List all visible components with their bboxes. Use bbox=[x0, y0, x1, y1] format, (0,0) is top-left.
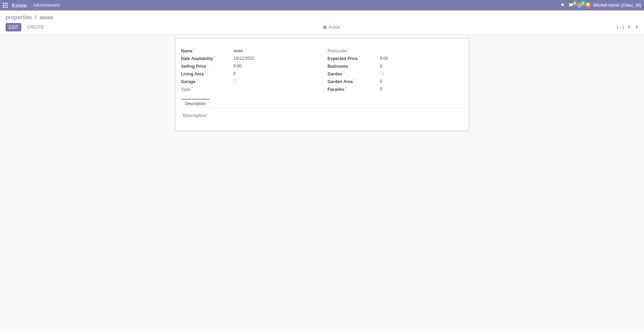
checkbox-icon bbox=[234, 79, 237, 83]
control-panel: properties / aaaa EDIT CREATE Action 1 /… bbox=[0, 10, 644, 35]
field-label: Name? bbox=[181, 48, 234, 53]
control-panel-center: Action bbox=[47, 25, 616, 30]
field-label: Selling Price? bbox=[181, 63, 234, 69]
create-button[interactable]: CREATE bbox=[24, 23, 47, 31]
field-value: aaaa bbox=[234, 48, 317, 53]
field-label: Living Area? bbox=[181, 71, 234, 76]
activities-badge: 2 bbox=[581, 1, 585, 6]
svg-rect-3 bbox=[3, 5, 4, 6]
avatar bbox=[585, 2, 592, 8]
gear-icon bbox=[323, 25, 327, 29]
breadcrumb-separator: / bbox=[34, 14, 38, 21]
navbar-left: Estate Advertisement bbox=[3, 2, 560, 8]
svg-rect-7 bbox=[5, 7, 6, 8]
field-label: Postcode? bbox=[328, 48, 380, 53]
description-field-label: Description? bbox=[183, 113, 209, 118]
form-group: Name?aaaaDate Availability?10/12/2022Sel… bbox=[181, 47, 463, 93]
field-value bbox=[380, 71, 463, 76]
tabs-bar: Description bbox=[181, 98, 463, 108]
tab-description[interactable]: Description bbox=[181, 99, 210, 108]
help-icon[interactable]: ? bbox=[353, 79, 355, 82]
form-sheet: Name?aaaaDate Availability?10/12/2022Sel… bbox=[175, 38, 469, 131]
field-row-postcode: Postcode? bbox=[328, 47, 463, 54]
checkbox-icon bbox=[380, 72, 384, 75]
field-value: 0.00 bbox=[380, 56, 463, 61]
control-panel-left: EDIT CREATE bbox=[6, 23, 47, 31]
help-icon[interactable]: ? bbox=[345, 86, 347, 90]
field-label: Facades? bbox=[328, 86, 380, 92]
svg-rect-1 bbox=[5, 3, 6, 4]
action-label: Action bbox=[328, 25, 340, 30]
help-icon[interactable]: ? bbox=[347, 48, 349, 51]
debug-icon[interactable] bbox=[560, 3, 565, 8]
apps-icon[interactable] bbox=[3, 3, 8, 8]
help-icon[interactable]: ? bbox=[204, 71, 206, 74]
navbar-right: 5 2 Mitchell Admin (Odoo_16) bbox=[560, 2, 641, 8]
main-navbar: Estate Advertisement 5 2 Mitchell Admin … bbox=[0, 0, 644, 10]
field-row-garden-area: Garden Area?0 bbox=[328, 78, 463, 85]
help-icon[interactable]: ? bbox=[343, 71, 345, 74]
field-row-facades: Facades?0 bbox=[328, 85, 463, 93]
field-row-bedrooms: Bedrooms?0 bbox=[328, 62, 463, 70]
activities-icon[interactable]: 2 bbox=[577, 3, 582, 8]
help-icon[interactable]: ? bbox=[191, 86, 193, 90]
pager-next[interactable] bbox=[634, 25, 638, 30]
svg-rect-2 bbox=[7, 3, 8, 4]
form-col-right: Postcode?Expected Price?0.00Bedrooms?0Ga… bbox=[328, 47, 463, 93]
field-row-date-availability: Date Availability?10/12/2022 bbox=[181, 54, 317, 62]
field-value: 0 bbox=[380, 64, 463, 68]
field-row-type: Type? bbox=[181, 85, 317, 93]
help-icon[interactable]: ? bbox=[207, 63, 209, 67]
control-panel-bottom: EDIT CREATE Action 1 / 1 bbox=[6, 23, 638, 34]
pager-text[interactable]: 1 / 1 bbox=[616, 25, 624, 30]
breadcrumb: properties / aaaa bbox=[6, 10, 638, 23]
menu-advertisement[interactable]: Advertisement bbox=[33, 3, 60, 8]
breadcrumb-current: aaaa bbox=[40, 14, 53, 21]
field-label: Garden Area? bbox=[328, 79, 380, 84]
field-label: Date Availability? bbox=[181, 56, 234, 61]
field-row-selling-price: Selling Price?0.00 bbox=[181, 62, 317, 70]
messaging-badge: 5 bbox=[573, 1, 577, 6]
help-icon[interactable]: ? bbox=[349, 63, 351, 67]
field-value bbox=[234, 79, 317, 84]
notebook: Description Description? bbox=[181, 98, 463, 122]
field-label: Garden? bbox=[328, 71, 380, 76]
help-icon[interactable]: ? bbox=[214, 56, 215, 59]
svg-rect-4 bbox=[5, 5, 6, 6]
action-dropdown[interactable]: Action bbox=[323, 25, 340, 30]
form-container: Name?aaaaDate Availability?10/12/2022Sel… bbox=[0, 35, 644, 145]
svg-rect-8 bbox=[7, 7, 8, 8]
field-value: 0 bbox=[380, 79, 463, 84]
user-menu[interactable]: Mitchell Admin (Odoo_16) bbox=[585, 2, 641, 8]
field-value: 0 bbox=[380, 87, 463, 91]
field-value: 10/12/2022 bbox=[234, 56, 317, 61]
user-name-label: Mitchell Admin (Odoo_16) bbox=[593, 3, 641, 8]
field-label: Bedrooms? bbox=[328, 63, 380, 69]
app-name[interactable]: Estate bbox=[12, 2, 27, 8]
pager-prev[interactable] bbox=[627, 25, 631, 30]
edit-button[interactable]: EDIT bbox=[6, 23, 21, 31]
field-row-garden: Garden? bbox=[328, 70, 463, 78]
control-panel-right: 1 / 1 bbox=[616, 25, 638, 30]
breadcrumb-parent[interactable]: properties bbox=[6, 14, 32, 21]
field-row-expected-price: Expected Price?0.00 bbox=[328, 54, 463, 62]
field-value: 0 bbox=[234, 71, 317, 76]
help-icon[interactable]: ? bbox=[193, 48, 195, 51]
field-row-name: Name?aaaa bbox=[181, 47, 317, 54]
messaging-icon[interactable]: 5 bbox=[569, 3, 573, 8]
svg-rect-0 bbox=[3, 3, 4, 4]
field-label: Expected Price? bbox=[328, 56, 380, 61]
help-icon[interactable]: ? bbox=[196, 79, 198, 82]
field-label: Type? bbox=[181, 86, 234, 92]
tab-content-description: Description? bbox=[181, 108, 463, 122]
field-label: Garage? bbox=[181, 79, 234, 84]
help-icon[interactable]: ? bbox=[358, 56, 360, 59]
field-value: 0.00 bbox=[234, 64, 317, 68]
svg-rect-5 bbox=[7, 5, 8, 6]
form-col-left: Name?aaaaDate Availability?10/12/2022Sel… bbox=[181, 47, 317, 93]
field-row-living-area: Living Area?0 bbox=[181, 70, 317, 78]
svg-rect-6 bbox=[3, 7, 4, 8]
field-row-garage: Garage? bbox=[181, 78, 317, 85]
